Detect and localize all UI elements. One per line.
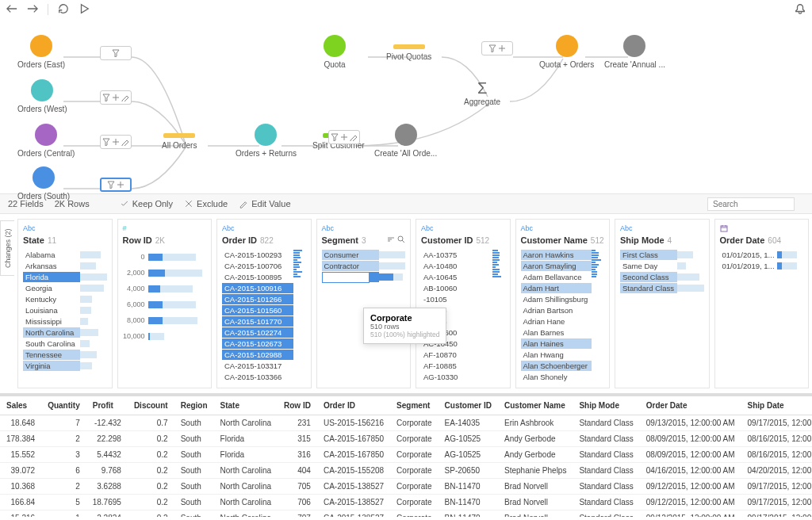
value-row[interactable]: Alan Schoenberger [521, 361, 592, 371]
value-row[interactable]: CA-2015-102988 [222, 350, 293, 360]
search-input[interactable] [707, 197, 795, 211]
value-row[interactable]: Alan Barnes [521, 327, 592, 338]
value-row[interactable]: AA-10375 [421, 250, 492, 260]
value-row[interactable]: AB-10060 [421, 283, 492, 293]
value-row[interactable]: Adrian Bartson [521, 305, 592, 315]
column-header[interactable]: Discount [128, 396, 174, 415]
value-row[interactable]: CA-2015-102673 [222, 338, 293, 349]
value-row[interactable]: Adam Bellavance [521, 272, 592, 282]
value-row[interactable]: CA-2015-101560 [222, 305, 293, 315]
flow-step[interactable] [100, 46, 132, 60]
value-row[interactable]: Adam Shillingsburg [521, 294, 592, 304]
value-row[interactable]: CA-2015-102274 [222, 327, 293, 338]
value-row[interactable]: Second Class [620, 272, 704, 282]
flow-node-q[interactable]: Quota [324, 35, 346, 69]
profile-card-segment[interactable]: AbcSegment3ConsumerContractorCorporate [316, 219, 412, 388]
value-row[interactable]: AA-10480 [421, 261, 492, 271]
profile-card-order-date[interactable]: Order Date60401/01/2015, 1...01/01/2019,… [714, 219, 810, 388]
value-row[interactable]: 01/01/2019, 1... [720, 261, 804, 271]
value-row[interactable]: Mississippi [23, 316, 107, 327]
column-header[interactable]: State [214, 396, 278, 415]
value-row[interactable]: Consumer [322, 250, 406, 260]
bell-icon[interactable] [795, 3, 806, 16]
column-header[interactable]: Region [174, 396, 214, 415]
histo-row[interactable]: 6,000 [123, 300, 207, 308]
value-row[interactable]: AF-10885 [421, 361, 492, 371]
profile-card-ship-mode[interactable]: AbcShip Mode4First ClassSame DaySecond C… [615, 219, 710, 388]
flow-canvas[interactable]: Orders (East)Orders (West)Orders (Centra… [0, 19, 812, 193]
histo-row[interactable]: 2,000 [123, 269, 207, 277]
play-icon[interactable] [79, 3, 90, 16]
column-header[interactable]: Customer ID [439, 396, 498, 415]
profile-card-state[interactable]: AbcState11AlabamaArkansasFloridaGeorgiaK… [17, 219, 113, 388]
value-row[interactable]: Alan Hwang [521, 350, 592, 360]
column-header[interactable]: Order Date [640, 396, 741, 415]
flow-step[interactable] [100, 90, 132, 105]
value-row[interactable]: Tennessee [23, 350, 107, 360]
value-row[interactable]: CA-2015-103366 [222, 372, 293, 382]
value-row[interactable]: First Class [620, 250, 704, 260]
table-row[interactable]: 39.07269.7680.2SouthNorth Carolina404CA-… [0, 463, 812, 479]
value-row[interactable]: -10105 [421, 294, 492, 304]
edit-value-button[interactable]: Edit Value [239, 199, 290, 208]
value-row[interactable]: Florida [23, 272, 107, 282]
flow-step[interactable] [328, 130, 360, 144]
histo-row[interactable]: 8,000 [123, 316, 207, 324]
table-row[interactable]: 18.6487-12.4320.7SouthNorth Carolina231U… [0, 415, 812, 431]
profile-card-customer-name[interactable]: AbcCustomer Name512Aaron HawkinsAaron Sm… [515, 219, 611, 388]
value-row[interactable]: CA-2015-100293 [222, 250, 293, 260]
value-row[interactable]: North Carolina [23, 327, 107, 338]
value-row[interactable]: Alan Haines [521, 338, 592, 349]
sort-icon[interactable] [387, 235, 395, 245]
flow-node-ag[interactable]: ΣAggregate [464, 79, 500, 106]
value-row[interactable]: South Carolina [23, 338, 107, 349]
flow-node-oc[interactable]: Orders (Central) [17, 124, 75, 158]
column-header[interactable]: Segment [390, 396, 438, 415]
exclude-button[interactable]: Exclude [184, 199, 228, 208]
flow-node-os[interactable]: Orders (South) [17, 166, 70, 201]
value-row[interactable]: Louisiana [23, 305, 107, 315]
histo-row[interactable]: 10,000 [123, 332, 207, 340]
value-row[interactable]: AG-10330 [421, 372, 492, 382]
value-row[interactable]: Standard Class [620, 283, 704, 293]
flow-step[interactable] [481, 41, 513, 55]
column-header[interactable]: Profit [86, 396, 128, 415]
value-row[interactable]: CA-2015-100895 [222, 272, 293, 282]
flow-node-cao[interactable]: Create 'All Orde... [374, 124, 437, 158]
value-row[interactable]: Aaron Hawkins [521, 250, 592, 260]
flow-node-ow[interactable]: Orders (West) [17, 79, 67, 113]
value-row[interactable]: CA-2015-100916 [222, 283, 293, 293]
table-row[interactable]: 166.84518.76950.2SouthNorth Carolina706C… [0, 495, 812, 510]
value-row[interactable]: Same Day [620, 261, 704, 271]
flow-node-oe[interactable]: Orders (East) [17, 35, 65, 69]
value-row[interactable]: CA-2015-101266 [222, 294, 293, 304]
value-row[interactable]: Alabama [23, 250, 107, 260]
flow-step[interactable] [100, 135, 132, 149]
value-row[interactable]: Virginia [23, 361, 107, 371]
flow-node-ao[interactable]: All Orders [162, 124, 197, 150]
changes-tab[interactable]: Changes (2) [0, 220, 14, 276]
column-header[interactable]: Row ID [278, 396, 317, 415]
keep-only-button[interactable]: Keep Only [120, 199, 173, 208]
table-row[interactable]: 10.36823.62880.2SouthNorth Carolina705CA… [0, 479, 812, 495]
value-row[interactable]: CA-2015-100706 [222, 261, 293, 271]
back-icon[interactable] [6, 3, 17, 16]
value-row[interactable]: Adam Hart [521, 283, 592, 293]
value-row[interactable]: Aaron Smayling [521, 261, 592, 271]
column-header[interactable]: Sales [0, 396, 41, 415]
column-header[interactable]: Customer Name [498, 396, 573, 415]
value-row[interactable]: Kentucky [23, 294, 107, 304]
value-row[interactable]: Georgia [23, 283, 107, 293]
value-row[interactable]: 01/01/2015, 1... [720, 250, 804, 260]
table-row[interactable]: 15.55235.44320.2SouthFlorida316CA-2015-1… [0, 447, 812, 463]
value-row[interactable]: Adrian Hane [521, 316, 592, 327]
table-row[interactable]: 15.21612.28240.2SouthNorth Carolina707CA… [0, 510, 812, 518]
histo-row[interactable]: 0 [123, 253, 207, 261]
data-grid[interactable]: SalesQuantityProfitDiscountRegionStateRo… [0, 396, 812, 517]
value-row[interactable]: AA-10645 [421, 272, 492, 282]
profile-card-row-id[interactable]: #Row ID2K02,0004,0006,0008,00010,000 [117, 219, 213, 388]
flow-node-pq[interactable]: Pivot Quotas [386, 35, 431, 61]
column-header[interactable]: Ship Mode [573, 396, 639, 415]
refresh-icon[interactable] [58, 3, 69, 16]
column-header[interactable]: Order ID [317, 396, 390, 415]
